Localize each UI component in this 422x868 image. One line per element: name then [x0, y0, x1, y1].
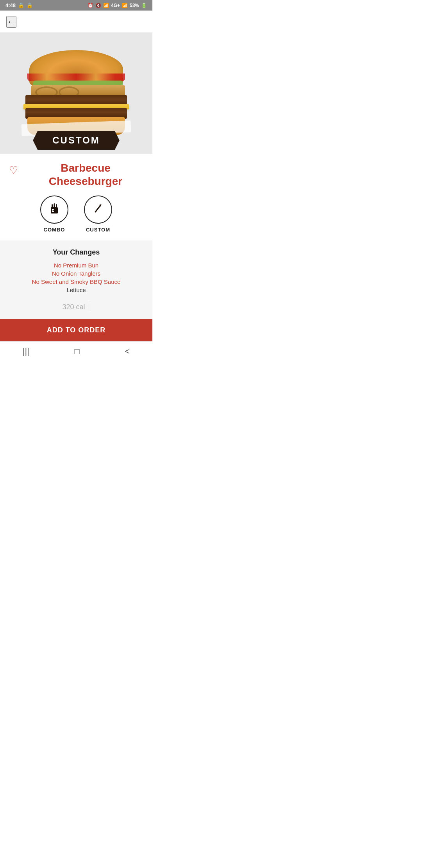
action-buttons: + COMBO CUSTOM [6, 195, 146, 233]
combo-label: COMBO [44, 227, 65, 233]
custom-action-label: CUSTOM [86, 227, 110, 233]
network-label: 4G+ [111, 3, 120, 8]
change-item-4: Lettuce [6, 287, 146, 293]
status-left: 4:48 🔒 🔒 [5, 2, 33, 8]
change-item-1: No Premium Bun [6, 262, 146, 269]
item-title-line1: Barbecue [61, 162, 111, 174]
nav-bar: ← [0, 11, 152, 32]
item-title-line2: Cheeseburger [49, 175, 122, 187]
knife-icon [91, 201, 106, 219]
lock-icon: 🔒 [18, 2, 24, 8]
changes-title: Your Changes [6, 248, 146, 256]
custom-action-button[interactable]: CUSTOM [84, 195, 112, 233]
calorie-divider [90, 303, 90, 311]
mute-icon: 🔇 [95, 3, 101, 8]
svg-rect-2 [54, 203, 55, 208]
add-to-order-button[interactable]: ADD TO ORDER [0, 319, 152, 341]
custom-ribbon-text: CUSTOM [33, 131, 120, 150]
svg-text:+: + [52, 209, 54, 212]
battery-icon: 🔋 [141, 3, 147, 8]
svg-rect-1 [52, 204, 53, 208]
calories-text: 320 cal [62, 303, 85, 311]
hero-section: CUSTOM [0, 32, 152, 154]
burger-visual [21, 50, 131, 136]
battery-label: 53% [130, 3, 139, 8]
svg-rect-0 [51, 207, 58, 213]
custom-circle [84, 195, 112, 224]
alarm-icon: ⏰ [88, 3, 93, 8]
add-order-label: ADD TO ORDER [47, 326, 106, 334]
change-item-3: No Sweet and Smoky BBQ Sauce [6, 278, 146, 285]
sauce-drip [27, 74, 125, 81]
status-right: ⏰ 🔇 📶 4G+ 📶 53% 🔋 [88, 3, 147, 8]
combo-circle: + [40, 195, 68, 224]
svg-line-8 [96, 206, 100, 212]
svg-rect-3 [56, 204, 57, 208]
calories-row: 320 cal [6, 299, 146, 311]
bottom-nav: ||| □ < [0, 341, 152, 363]
wifi-icon: 📶 [103, 3, 109, 8]
back-nav-icon[interactable]: < [125, 346, 130, 357]
home-icon[interactable]: □ [75, 346, 80, 357]
favorite-button[interactable]: ♡ [6, 163, 20, 177]
content-section: ♡ Barbecue Cheeseburger + [0, 154, 152, 233]
item-title: Barbecue Cheeseburger [25, 161, 146, 188]
combo-button[interactable]: + COMBO [40, 195, 68, 233]
recents-icon[interactable]: ||| [23, 346, 29, 357]
heart-icon: ♡ [9, 165, 18, 175]
item-header: ♡ Barbecue Cheeseburger [6, 161, 146, 188]
back-button[interactable]: ← [6, 16, 16, 28]
status-bar: 4:48 🔒 🔒 ⏰ 🔇 📶 4G+ 📶 53% 🔋 [0, 0, 152, 11]
signal-icon: 📶 [122, 3, 128, 8]
lock-icon2: 🔒 [27, 2, 33, 8]
custom-banner: CUSTOM [0, 125, 152, 154]
changes-section: Your Changes No Premium Bun No Onion Tan… [0, 240, 152, 319]
change-item-2: No Onion Tanglers [6, 270, 146, 277]
status-time: 4:48 [5, 2, 16, 8]
combo-icon: + [47, 201, 62, 219]
